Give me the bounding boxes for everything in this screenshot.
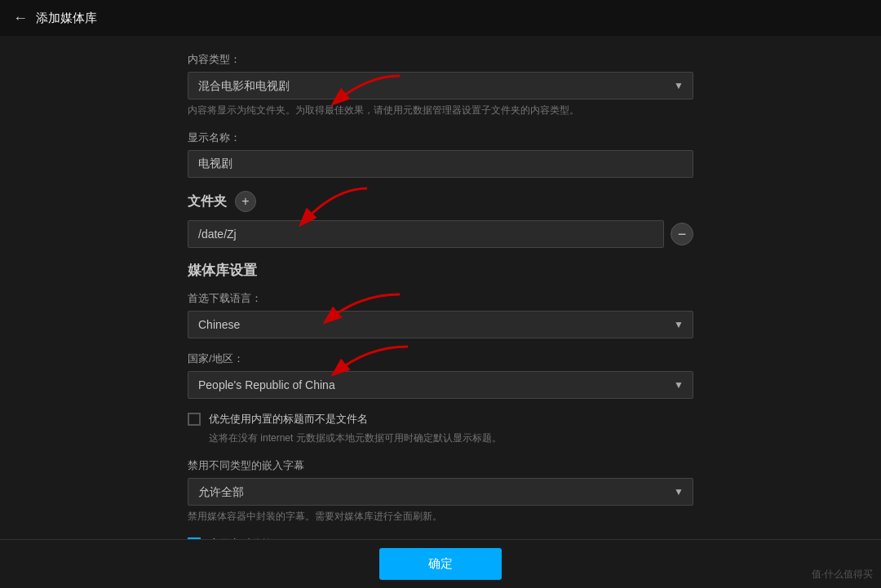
country-select-wrapper: People's Republic of China United States… xyxy=(188,371,693,399)
prefer-title-label: 优先使用内置的标题而不是文件名 xyxy=(209,412,368,427)
content-type-select[interactable]: 混合电影和电视剧 电影 电视剧 音乐 照片 xyxy=(188,72,693,99)
prefer-title-hint: 这将在没有 internet 元数据或本地元数据可用时确定默认显示标题。 xyxy=(209,431,693,445)
watermark: 值·什么值得买 xyxy=(812,568,873,581)
download-lang-select[interactable]: Chinese English Japanese Korean xyxy=(188,311,693,338)
embed-font-hint: 禁用媒体容器中封装的字幕。需要对媒体库进行全面刷新。 xyxy=(188,510,693,524)
folder-row: − xyxy=(188,220,693,248)
confirm-button[interactable]: 确定 xyxy=(379,548,502,580)
content-type-group: 内容类型： 混合电影和电视剧 电影 电视剧 音乐 照片 ▼ 内容将显示为纯文件夹… xyxy=(188,52,693,117)
back-button[interactable]: ← xyxy=(13,10,28,27)
add-folder-button[interactable]: + xyxy=(235,191,256,212)
download-lang-group: 首选下载语言： Chinese English Japanese Korean … xyxy=(188,291,693,338)
embed-font-select[interactable]: 允许全部 禁用全部 xyxy=(188,478,693,506)
embed-font-group: 禁用不同类型的嵌入字幕 允许全部 禁用全部 ▼ 禁用媒体容器中封装的字幕。需要对… xyxy=(188,458,693,524)
embed-font-select-wrapper: 允许全部 禁用全部 ▼ xyxy=(188,478,693,506)
prefer-title-checkbox[interactable] xyxy=(188,413,201,426)
prefer-title-group: 优先使用内置的标题而不是文件名 这将在没有 internet 元数据或本地元数据… xyxy=(188,412,693,445)
folder-header: 文件夹 + xyxy=(188,191,693,212)
settings-title: 媒体库设置 xyxy=(188,261,693,280)
download-lang-label: 首选下载语言： xyxy=(188,291,693,306)
country-label: 国家/地区： xyxy=(188,351,693,366)
folder-path-input[interactable] xyxy=(188,220,664,248)
folder-title: 文件夹 xyxy=(188,193,227,210)
display-name-group: 显示名称： xyxy=(188,130,693,178)
display-name-label: 显示名称： xyxy=(188,130,693,145)
content-type-hint: 内容将显示为纯文件夹。为取得最佳效果，请使用元数据管理器设置子文件夹的内容类型。 xyxy=(188,104,693,117)
settings-group: 媒体库设置 首选下载语言： Chinese English Japanese K… xyxy=(188,261,693,539)
remove-folder-button[interactable]: − xyxy=(671,223,693,245)
embed-font-label: 禁用不同类型的嵌入字幕 xyxy=(188,458,693,473)
bottom-bar: 确定 xyxy=(0,539,881,588)
content-type-select-wrapper: 混合电影和电视剧 电影 电视剧 音乐 照片 ▼ xyxy=(188,72,693,99)
country-group: 国家/地区： People's Republic of China United… xyxy=(188,351,693,399)
country-select[interactable]: People's Republic of China United States… xyxy=(188,371,693,399)
download-lang-select-wrapper: Chinese English Japanese Korean ▼ xyxy=(188,311,693,338)
top-bar: ← 添加媒体库 xyxy=(0,0,881,36)
content-type-label: 内容类型： xyxy=(188,52,693,67)
page-title: 添加媒体库 xyxy=(36,11,97,26)
prefer-title-checkbox-row: 优先使用内置的标题而不是文件名 xyxy=(188,412,693,427)
main-content: 内容类型： 混合电影和电视剧 电影 电视剧 音乐 照片 ▼ 内容将显示为纯文件夹… xyxy=(0,36,881,539)
folder-group: 文件夹 + − xyxy=(188,191,693,248)
display-name-input[interactable] xyxy=(188,150,693,178)
